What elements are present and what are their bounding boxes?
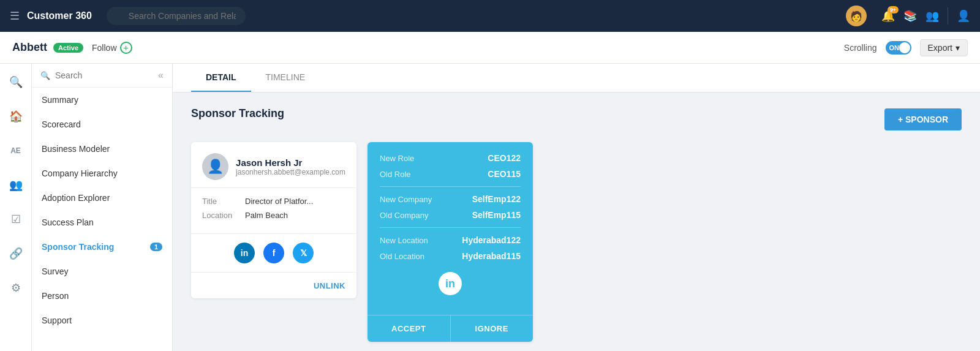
person-email: jasonhersh.abbett@example.com: [236, 168, 345, 176]
export-button[interactable]: Export ▾: [920, 39, 968, 56]
sidebar-item-label: Support: [42, 315, 72, 325]
new-role-row: New Role CEO122: [380, 153, 521, 163]
cards-row: 👤 Jason Hersh Jr jasonhersh.abbett@examp…: [191, 142, 962, 342]
sidebar-item-label: Sponsor Tracking: [42, 242, 114, 252]
follow-plus-icon: +: [120, 42, 132, 54]
tab-timeline[interactable]: TIMELINE: [251, 64, 320, 92]
content-scroll: Sponsor Tracking + SPONSOR 👤 Jason Hersh…: [173, 92, 980, 351]
follow-label: Follow: [92, 43, 116, 53]
top-nav: ☰ Customer 360 🔍 🧑 🔔 9+ 📚 👥 👤: [0, 0, 980, 32]
new-role-label: New Role: [380, 154, 414, 163]
sub-header-right: Scrolling ON Export ▾: [844, 39, 968, 56]
section-title: Sponsor Tracking: [191, 107, 284, 120]
people-icon[interactable]: 👥: [925, 9, 939, 23]
new-company-label: New Company: [380, 195, 432, 204]
main-layout: 🔍 🏠 AE 👥 ☑ 🔗 ⚙ 🔍 « Summary Scorecard Bus…: [0, 64, 980, 351]
notification-bell[interactable]: 🔔 9+: [881, 9, 895, 23]
sidebar-item-support[interactable]: Support: [32, 308, 172, 333]
nav-search-input[interactable]: [55, 70, 153, 80]
add-sponsor-button[interactable]: + SPONSOR: [884, 108, 962, 130]
nav-sidebar: 🔍 « Summary Scorecard Business Modeler C…: [32, 64, 173, 351]
title-label: Title: [202, 197, 239, 206]
person-avatar: 👤: [202, 153, 228, 180]
sidebar-icon-link[interactable]: 🔗: [5, 243, 27, 265]
tabs: DETAIL TIMELINE: [173, 64, 980, 92]
toggle-knob: [899, 42, 910, 53]
sidebar-item-business-modeler[interactable]: Business Modeler: [32, 137, 172, 161]
linkedin-icon[interactable]: in: [234, 243, 255, 263]
person-info: Jason Hersh Jr jasonhersh.abbett@example…: [236, 157, 345, 176]
unlink-button[interactable]: UNLINK: [314, 281, 345, 290]
scrolling-label: Scrolling: [844, 43, 877, 53]
old-location-row: Old Location Hyderabad115: [380, 251, 521, 261]
nav-divider: [948, 7, 948, 25]
facebook-icon[interactable]: f: [263, 243, 284, 263]
scrolling-toggle[interactable]: ON: [886, 41, 911, 55]
sidebar-item-survey[interactable]: Survey: [32, 259, 172, 284]
books-icon[interactable]: 📚: [903, 9, 917, 23]
app-title: Customer 360: [27, 10, 92, 21]
sidebar-item-label: Adoption Explorer: [42, 193, 110, 203]
sidebar-item-scorecard[interactable]: Scorecard: [32, 112, 172, 137]
sidebar-item-label: Business Modeler: [42, 144, 110, 154]
old-location-value: Hyderabad115: [462, 251, 521, 261]
sidebar-item-success-plan[interactable]: Success Plan: [32, 210, 172, 235]
location-row: Location Palm Beach: [202, 211, 345, 220]
sidebar-item-label: Survey: [42, 266, 69, 276]
sidebar-item-person[interactable]: Person: [32, 284, 172, 308]
sidebar-item-company-hierarchy[interactable]: Company Hierarchy: [32, 161, 172, 186]
old-company-value: SelfEmp115: [472, 210, 521, 220]
accept-button[interactable]: ACCEPT: [368, 315, 451, 342]
hamburger-icon[interactable]: ☰: [10, 9, 20, 23]
active-status-badge: Active: [53, 43, 83, 53]
global-search-input[interactable]: [107, 7, 246, 25]
icon-sidebar: 🔍 🏠 AE 👥 ☑ 🔗 ⚙: [0, 64, 32, 351]
global-search-wrap: 🔍: [107, 7, 839, 25]
twitter-icon[interactable]: 𝕏: [293, 243, 314, 263]
tab-detail[interactable]: DETAIL: [191, 64, 251, 92]
change-card-body: New Role CEO122 Old Role CEO115 New Comp…: [368, 142, 533, 315]
export-label: Export: [928, 43, 952, 53]
person-name: Jason Hersh Jr: [236, 157, 345, 168]
chevron-down-icon: ▾: [956, 43, 960, 53]
old-role-row: Old Role CEO115: [380, 169, 521, 179]
content-area: DETAIL TIMELINE Sponsor Tracking + SPONS…: [173, 64, 980, 351]
sponsor-tracking-header: Sponsor Tracking + SPONSOR: [191, 107, 962, 131]
sidebar-item-adoption-explorer[interactable]: Adoption Explorer: [32, 186, 172, 210]
follow-button[interactable]: Follow +: [92, 42, 132, 54]
change-linkedin-icon[interactable]: in: [439, 272, 462, 295]
avatar[interactable]: 🧑: [846, 6, 867, 26]
new-location-row: New Location Hyderabad122: [380, 235, 521, 245]
ignore-button[interactable]: IGNORE: [451, 315, 533, 342]
collapse-icon[interactable]: «: [158, 70, 164, 81]
toggle-on-label: ON: [889, 44, 900, 51]
sidebar-icon-search[interactable]: 🔍: [5, 71, 27, 93]
sidebar-icon-users[interactable]: 👥: [5, 174, 27, 196]
company-name: Abbett: [12, 41, 47, 54]
change-card: New Role CEO122 Old Role CEO115 New Comp…: [368, 142, 533, 342]
title-value: Director of Platfor...: [245, 197, 313, 206]
sidebar-item-sponsor-tracking[interactable]: Sponsor Tracking 1: [32, 235, 172, 259]
notif-count: 9+: [888, 6, 899, 13]
old-location-label: Old Location: [380, 252, 424, 261]
sidebar-icon-checklist[interactable]: ☑: [5, 208, 27, 230]
toggle-switch[interactable]: ON: [886, 41, 911, 55]
old-company-row: Old Company SelfEmp115: [380, 210, 521, 220]
change-actions: ACCEPT IGNORE: [368, 315, 533, 342]
old-company-label: Old Company: [380, 211, 428, 220]
sidebar-item-summary[interactable]: Summary: [32, 88, 172, 112]
sidebar-item-label: Scorecard: [42, 119, 81, 129]
sidebar-icon-settings[interactable]: ⚙: [5, 277, 27, 299]
sidebar-item-label: Company Hierarchy: [42, 168, 118, 178]
profile-icon[interactable]: 👤: [957, 9, 970, 23]
sponsor-tracking-badge: 1: [150, 243, 162, 251]
sidebar-item-label: Summary: [42, 95, 78, 105]
nav-search-icon: 🔍: [40, 71, 50, 80]
sidebar-icon-ae[interactable]: AE: [5, 140, 27, 162]
person-card-footer: UNLINK: [191, 273, 356, 298]
sidebar-icon-home[interactable]: 🏠: [5, 105, 27, 127]
new-company-row: New Company SelfEmp122: [380, 194, 521, 204]
sub-header: Abbett Active Follow + Scrolling ON Expo…: [0, 32, 980, 64]
change-divider-1: [380, 186, 521, 187]
new-company-value: SelfEmp122: [472, 194, 521, 204]
